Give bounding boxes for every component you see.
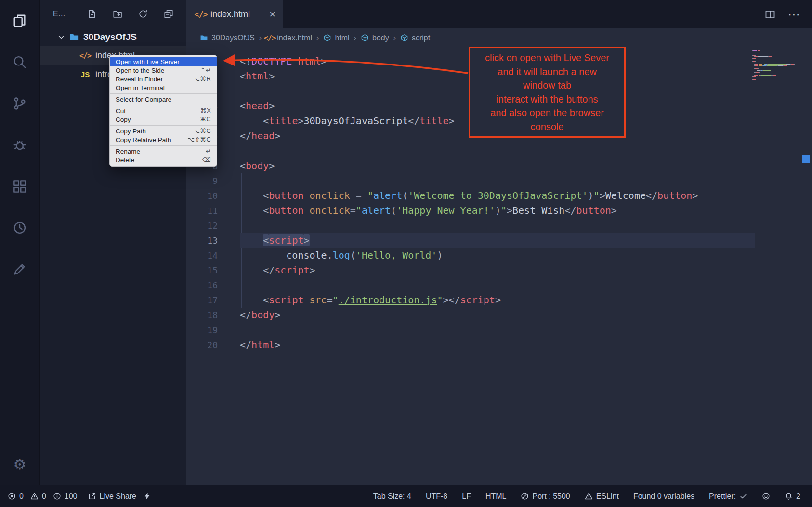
status-feedback-smiley[interactable]: [762, 492, 770, 500]
chevron-down-icon: [57, 33, 65, 41]
status-bar: 00100 Live Share Tab Size: 4UTF-8LFHTMLP…: [0, 485, 812, 507]
menu-item-copy[interactable]: Copy⌘C: [110, 115, 217, 124]
status-live-server-port[interactable]: Port : 5500: [521, 492, 570, 501]
overview-ruler-marker: [802, 155, 810, 163]
breadcrumb-label: index.html: [277, 34, 312, 42]
activity-search-button[interactable]: [0, 41, 39, 83]
status-right: Tab Size: 4UTF-8LFHTMLPort : 5500ESLintF…: [373, 492, 800, 501]
status-eol[interactable]: LF: [462, 492, 471, 501]
more-actions-button[interactable]: ⋯: [789, 9, 799, 20]
status-infos[interactable]: 100: [53, 492, 78, 501]
menu-item-shortcut: ⌘C: [200, 116, 211, 123]
code-line-content[interactable]: <script>: [240, 233, 755, 248]
problems-cluster[interactable]: 00100: [8, 492, 78, 501]
new-file-button[interactable]: [87, 9, 97, 19]
status-encoding[interactable]: UTF-8: [426, 492, 447, 501]
line-number: 15: [186, 263, 218, 278]
code-line-content[interactable]: </body>: [240, 308, 755, 323]
status-infos-label: 100: [65, 492, 78, 501]
status-notifications[interactable]: 2: [785, 492, 800, 501]
breadcrumb-label: body: [372, 34, 389, 42]
menu-item-reveal-in-finder[interactable]: Reveal in Finder⌥⌘R: [110, 75, 217, 83]
close-icon[interactable]: ×: [269, 9, 275, 20]
chevron-right-icon: ›: [354, 34, 356, 42]
code-line-content[interactable]: <body>: [240, 158, 755, 173]
annotation-note: click on open with Live Sever and it wil…: [469, 47, 626, 138]
minimap[interactable]: [752, 50, 800, 81]
folder-icon: [200, 34, 208, 42]
code-line-content[interactable]: [240, 278, 755, 293]
activity-source-control-button[interactable]: [0, 83, 39, 124]
menu-item-open-with-live-server[interactable]: Open with Live Server: [110, 57, 217, 66]
code-line-content[interactable]: <button onclick="alert('Happy New Year!'…: [240, 203, 755, 218]
menu-item-label: Open in Terminal: [116, 84, 165, 91]
refresh-explorer-button[interactable]: [138, 9, 148, 19]
tab-index-html[interactable]: </> index.html ×: [186, 0, 283, 28]
status-language-mode-label: HTML: [485, 492, 507, 501]
status-live-share[interactable]: Live Share: [88, 492, 137, 501]
code-line-content[interactable]: [240, 218, 755, 233]
activity-settings-button[interactable]: ⚙: [0, 444, 39, 485]
activity-feedback-button[interactable]: [0, 248, 39, 290]
status-quick-action[interactable]: [143, 492, 151, 500]
breadcrumb-item-index-html[interactable]: </>index.html: [266, 34, 312, 42]
code-line-content[interactable]: [240, 143, 755, 158]
status-warnings[interactable]: 0: [30, 492, 46, 501]
pen-icon: [13, 262, 27, 276]
code-line-content[interactable]: console.log('Hello, World'): [240, 248, 755, 263]
activity-extensions-button[interactable]: [0, 166, 39, 207]
breadcrumb-item-body[interactable]: body: [361, 34, 389, 42]
warning-icon: [30, 492, 39, 500]
status-errors[interactable]: 0: [8, 492, 24, 501]
port-icon: [521, 492, 529, 500]
menu-item-shortcut: ⌥⇧⌘C: [188, 136, 211, 143]
code-line-content[interactable]: <script src="./introduction.js"></script…: [240, 293, 755, 308]
status-language-mode[interactable]: HTML: [485, 492, 507, 501]
status-eslint[interactable]: ESLint: [585, 492, 619, 501]
status-warnings-label: 0: [42, 492, 46, 501]
status-left-extras: Live Share: [88, 492, 152, 501]
menu-item-select-for-compare[interactable]: Select for Compare: [110, 95, 217, 104]
menu-item-label: Rename: [116, 148, 140, 155]
collapse-folders-button[interactable]: [164, 9, 173, 19]
menu-item-open-in-terminal[interactable]: Open in Terminal: [110, 83, 217, 92]
menu-item-shortcut: ⌫: [202, 156, 211, 164]
status-tab-size[interactable]: Tab Size: 4: [373, 492, 411, 501]
menu-item-delete[interactable]: Delete⌫: [110, 156, 217, 164]
line-number: 19: [186, 323, 218, 338]
split-editor-button[interactable]: [765, 9, 775, 20]
activity-explorer-button[interactable]: [0, 0, 39, 41]
status-eol-label: LF: [462, 492, 471, 501]
menu-item-copy-relative-path[interactable]: Copy Relative Path⌥⇧⌘C: [110, 135, 217, 144]
code-line-content[interactable]: </script>: [240, 263, 755, 278]
activity-run-debug-button[interactable]: [0, 124, 39, 166]
tree-folder-30daysofjs[interactable]: 30DaysOfJS: [40, 27, 186, 46]
menu-separator: [110, 145, 217, 146]
activity-history-button[interactable]: [0, 207, 39, 248]
menu-item-cut[interactable]: Cut⌘X: [110, 106, 217, 115]
new-folder-button[interactable]: [113, 9, 122, 19]
line-number: 9: [186, 173, 218, 188]
status-left: 00100 Live Share: [8, 492, 151, 501]
line-number: 18: [186, 308, 218, 323]
activity-bar-bottom: ⚙: [0, 444, 39, 485]
activity-bar: ⚙: [0, 0, 40, 485]
line-number: 17: [186, 293, 218, 308]
code-line-content[interactable]: <button onclick = "alert('Welcome to 30D…: [240, 188, 755, 203]
breadcrumb-item-script[interactable]: script: [400, 34, 430, 42]
status-variables[interactable]: Found 0 variables: [633, 492, 694, 501]
warning-icon: [585, 492, 593, 500]
code-line-content[interactable]: [240, 173, 755, 188]
menu-item-shortcut: ⌃↵: [200, 67, 211, 74]
status-prettier[interactable]: Prettier:: [709, 492, 747, 501]
menu-item-label: Reveal in Finder: [116, 76, 163, 83]
folder-icon: [69, 32, 79, 42]
menu-item-rename[interactable]: Rename↵: [110, 147, 217, 156]
menu-item-copy-path[interactable]: Copy Path⌥⌘C: [110, 127, 217, 135]
breadcrumb-item-html[interactable]: html: [323, 34, 349, 42]
code-line-content[interactable]: [240, 323, 755, 338]
breadcrumb-item-30daysofjs[interactable]: 30DaysOfJS: [200, 34, 255, 42]
code-line-content[interactable]: </html>: [240, 338, 755, 352]
menu-item-open-to-the-side[interactable]: Open to the Side⌃↵: [110, 66, 217, 75]
line-number: 12: [186, 218, 218, 233]
